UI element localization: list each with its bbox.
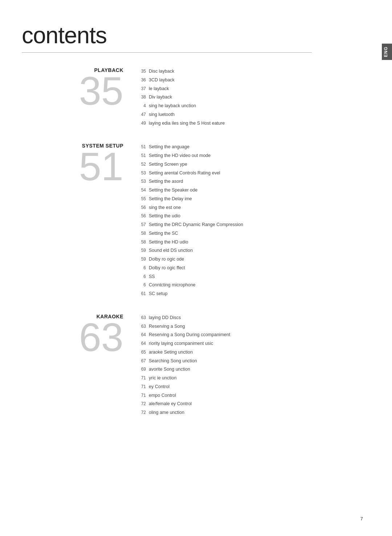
item-text: ale/female ey Control [149,400,192,407]
item-number: 6 [138,273,149,280]
item-text: Conntcting microphone [149,282,196,289]
list-item: 71yric ie unction [138,375,363,382]
list-item: 53Setting the asord [138,178,363,185]
item-text: 3CD layback [149,77,175,84]
section-label-karaoke: KARAOKE63 [22,314,138,418]
item-text: Setting the HD video out mode [149,152,211,159]
item-number: 51 [138,152,149,159]
item-text: laying DD Discs [149,314,181,321]
item-number: 53 [138,178,149,185]
item-number: 65 [138,349,149,356]
sections-container: PLAYBACK3535Disc layback363CD layback37 … [22,67,363,418]
section-karaoke: KARAOKE6363laying DD Discs63Reserving a … [22,314,363,418]
list-item: 49laying edia iles sing the S Host eatur… [138,120,363,127]
item-number: 63 [138,314,149,321]
item-number: 52 [138,161,149,168]
list-item: 37 le layback [138,85,363,92]
section-number-system-setup: 51 [22,146,123,186]
list-item: 54Setting the Speaker ode [138,187,363,194]
item-text: avorite Song unction [149,366,190,373]
item-text: Setting Screen ype [149,161,187,168]
item-text: Setting the DRC Dynamic Range Compressio… [149,221,243,228]
list-item: 47sing luetooth [138,111,363,118]
list-item: 35Disc layback [138,68,363,75]
item-text: le layback [149,85,169,92]
item-text: araoke Seting unction [149,349,193,356]
item-number: 47 [138,111,149,118]
item-number: 37 [138,85,149,92]
item-text: Reserving a Song [149,323,185,330]
section-number-karaoke: 63 [22,317,123,357]
list-item: 67Searching Song unction [138,358,363,364]
item-text: Div layback [149,94,172,101]
item-number: 35 [138,68,149,75]
item-text: SC setup [149,290,167,297]
list-item: 58Setting the HD udio [138,239,363,246]
list-item: 6 SS [138,273,363,280]
list-item: 69avorite Song unction [138,366,363,373]
item-number: 58 [138,239,149,246]
item-number: 54 [138,187,149,194]
list-item: 53Setting arental Controls Rating evel [138,170,363,177]
list-item: 63laying DD Discs [138,314,363,321]
item-number: 55 [138,196,149,202]
item-number: 56 [138,204,149,211]
list-item: 59Dolby ro ogic ode [138,256,363,263]
item-number: 71 [138,383,149,390]
item-text: ey Control [149,383,170,390]
item-number: 56 [138,213,149,219]
item-text: Setting the Delay ime [149,196,192,202]
page-title: contents [22,22,312,53]
item-number: 67 [138,358,149,364]
item-text: empo Control [149,392,176,399]
list-item: 65araoke Seting unction [138,349,363,356]
item-text: sing luetooth [149,111,175,118]
list-item: 57Setting the DRC Dynamic Range Compress… [138,221,363,228]
item-text: yric ie unction [149,375,176,382]
item-number: 4 [138,102,149,109]
item-number: 58 [138,230,149,237]
item-text: laying edia iles sing the S Host eature [149,120,225,127]
item-text: sing the est one [149,204,181,211]
section-system-setup: SYSTEM SETUP5151Setting the anguage51Set… [22,143,363,299]
item-text: SS [149,273,155,280]
item-number: 71 [138,375,149,382]
list-item: 63Reserving a Song [138,323,363,330]
language-tab: ENG [382,44,392,60]
item-number: 61 [138,290,149,297]
list-item: 4sing he layback unction [138,102,363,109]
item-number: 63 [138,323,149,330]
item-number: 72 [138,409,149,416]
item-number: 71 [138,392,149,399]
list-item: 51Setting the HD video out mode [138,152,363,159]
item-number: 6 [138,265,149,271]
item-text: Setting the udio [149,213,180,219]
page-number: 7 [360,516,363,521]
list-item: 72ale/female ey Control [138,400,363,407]
list-item: 38Div layback [138,94,363,101]
main-content: contents PLAYBACK3535Disc layback363CD l… [0,0,392,451]
item-text: Setting the SC [149,230,178,237]
item-number: 38 [138,94,149,101]
section-items-karaoke: 63laying DD Discs63Reserving a Song64Res… [138,314,363,418]
item-number: 57 [138,221,149,228]
section-label-playback: PLAYBACK35 [22,67,138,128]
item-number: 49 [138,120,149,127]
list-item: 55Setting the Delay ime [138,196,363,202]
list-item: 64riority laying ccompaniment usic [138,340,363,347]
item-number: 59 [138,256,149,263]
list-item: 52Setting Screen ype [138,161,363,168]
section-number-playback: 35 [22,71,123,111]
item-text: Setting arental Controls Rating evel [149,170,220,177]
item-text: Disc layback [149,68,174,75]
list-item: 61 SC setup [138,290,363,297]
item-number: 36 [138,77,149,84]
item-text: Setting the asord [149,178,183,185]
section-playback: PLAYBACK3535Disc layback363CD layback37 … [22,67,363,128]
item-text: Setting the HD udio [149,239,188,246]
item-text: Reserving a Song During ccompaniment [149,331,230,338]
item-text: Dolby ro ogic ode [149,256,184,263]
list-item: 72oling ame unction [138,409,363,416]
list-item: 58Setting the SC [138,230,363,237]
list-item: 6Dolby ro ogic ffect [138,265,363,271]
